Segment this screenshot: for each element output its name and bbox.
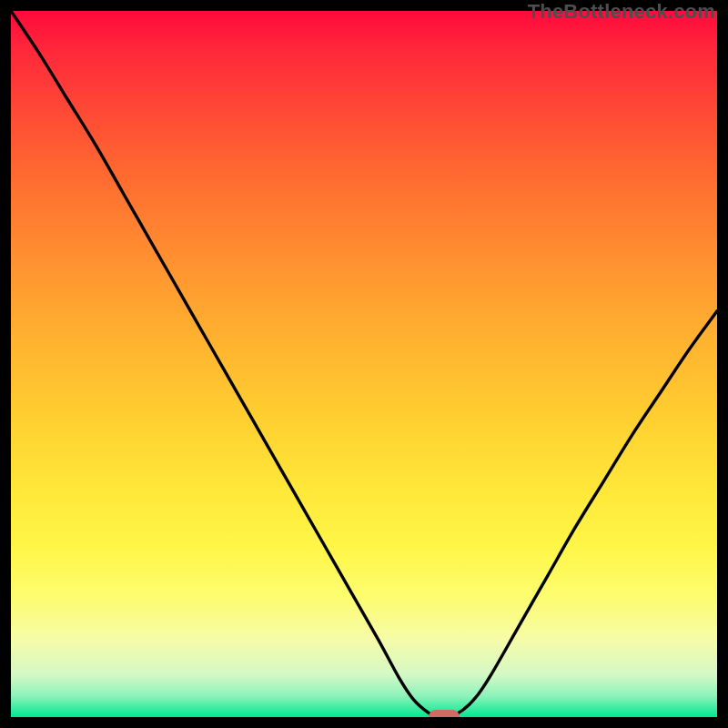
chart-container: TheBottleneck.com [0,0,728,728]
bottleneck-curve [11,11,717,717]
optimal-point-marker [429,710,460,717]
plot-area [11,11,717,717]
watermark-text: TheBottleneck.com [528,0,715,24]
